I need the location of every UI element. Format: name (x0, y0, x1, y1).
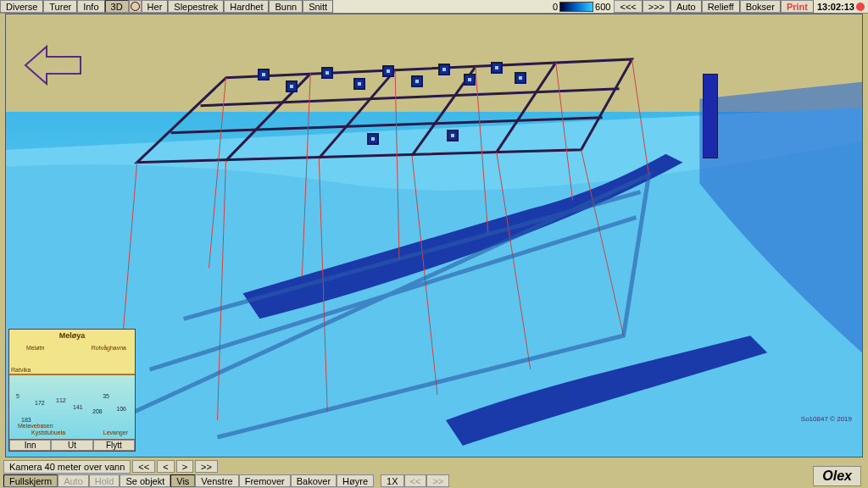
camera-last-button[interactable]: >> (195, 460, 218, 473)
nav-auto-button[interactable]: Auto (58, 474, 89, 487)
grid-marker[interactable] (491, 62, 503, 74)
see-object-button[interactable]: Se objekt (120, 474, 170, 487)
svg-line-4 (201, 89, 620, 106)
minimap-chart[interactable]: Meløya Meløtn Rotvåghavna Ratvika Kystst… (9, 330, 135, 439)
camera-first-button[interactable]: << (132, 460, 155, 473)
auto-button[interactable]: Auto (670, 0, 702, 13)
depth-scale: 0 600 (553, 2, 610, 12)
grid-marker[interactable] (258, 69, 270, 80)
fullscreen-button[interactable]: Fullskjerm (3, 474, 58, 487)
grid-marker[interactable] (411, 75, 423, 87)
menu-slepestrek[interactable]: Slepestrek (168, 0, 224, 13)
grid-marker[interactable] (353, 78, 365, 90)
back-arrow-icon[interactable] (21, 40, 89, 91)
grid-marker[interactable] (447, 130, 459, 141)
copyright: So10847 © 2019 (801, 415, 852, 423)
clock: 13:02:13 (814, 2, 868, 12)
camera-prev-button[interactable]: < (157, 460, 174, 473)
grid-marker[interactable] (286, 80, 298, 92)
show-button[interactable]: Vis (170, 474, 195, 487)
bottom-toolbar: Kamera 40 meter over vann << < > >> Full… (3, 459, 865, 488)
relieff-button[interactable]: Relieff (702, 0, 740, 13)
print-button[interactable]: Print (781, 0, 814, 13)
menu-bunn[interactable]: Bunn (269, 0, 303, 13)
menu-3d[interactable]: 3D (105, 0, 129, 13)
speed-up-button[interactable]: >> (426, 474, 449, 487)
grid-marker[interactable] (367, 133, 379, 145)
bokser-button[interactable]: Bokser (740, 0, 781, 13)
minimap-title: Meløya (9, 331, 135, 340)
grid-marker[interactable] (438, 64, 450, 75)
nav-right-button[interactable]: Høyre (337, 474, 374, 487)
speed-button[interactable]: 1X (381, 474, 403, 487)
nav-structure (703, 74, 718, 158)
nav-hold-button[interactable]: Hold (89, 474, 120, 487)
menu-turer[interactable]: Turer (43, 0, 77, 13)
nav-left-button[interactable]: Venstre (195, 474, 238, 487)
camera-next-button[interactable]: > (176, 460, 193, 473)
depth-max: 600 (595, 2, 610, 12)
viewport-3d[interactable]: Meløya Meløtn Rotvåghavna Ratvika Kystst… (5, 14, 863, 458)
minimap-zoom-in[interactable]: Inn (9, 440, 51, 451)
minimap-zoom-out[interactable]: Ut (51, 440, 92, 451)
menu-her[interactable]: Her (142, 0, 169, 13)
sun-icon (856, 3, 865, 11)
grid-marker[interactable] (382, 65, 394, 77)
depth-gradient-icon (559, 2, 593, 12)
top-toolbar: Diverse Turer Info 3D Her Slepestrek Har… (0, 0, 868, 14)
grid-marker[interactable] (464, 74, 476, 86)
scale-prev-button[interactable]: <<< (614, 0, 642, 13)
olex-logo: Olex (813, 466, 861, 486)
grid-marker[interactable] (515, 72, 526, 84)
depth-min: 0 (553, 2, 558, 12)
minimap-move[interactable]: Flytt (93, 440, 135, 451)
nav-forward-button[interactable]: Fremover (239, 474, 291, 487)
nav-backward-button[interactable]: Bakover (291, 474, 337, 487)
menu-diverse[interactable]: Diverse (0, 0, 43, 13)
grid-marker[interactable] (321, 67, 333, 79)
speed-down-button[interactable]: << (404, 474, 427, 487)
minimap[interactable]: Meløya Meløtn Rotvåghavna Ratvika Kystst… (8, 329, 136, 452)
menu-hardhet[interactable]: Hardhet (224, 0, 269, 13)
reticle-icon[interactable] (129, 0, 142, 13)
menu-snitt[interactable]: Snitt (303, 0, 333, 13)
menu-info[interactable]: Info (77, 0, 104, 13)
scale-next-button[interactable]: >>> (643, 0, 670, 13)
camera-altitude-label: Kamera 40 meter over vann (3, 460, 131, 474)
